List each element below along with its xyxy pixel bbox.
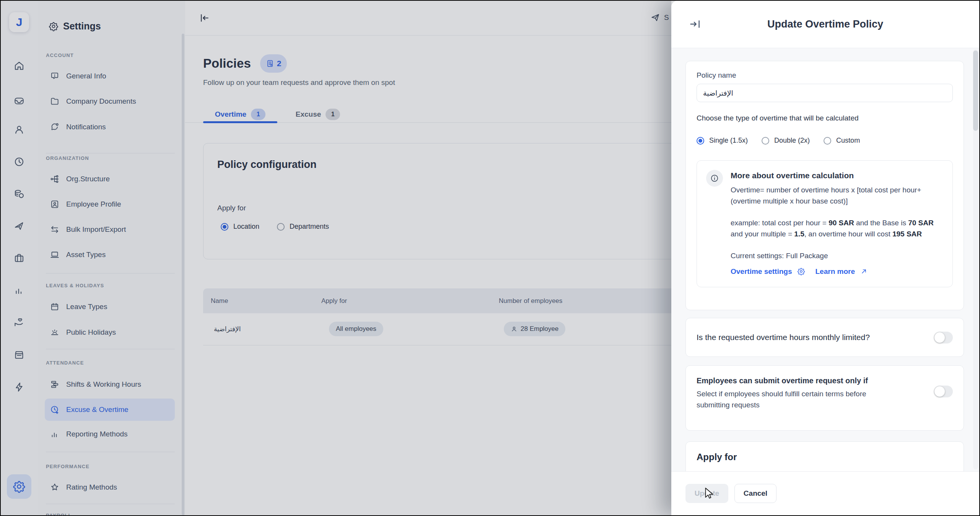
modal-backdrop[interactable] bbox=[1, 1, 671, 515]
submit-rule-toggle[interactable] bbox=[934, 386, 953, 397]
app-window: J Settings AC bbox=[0, 0, 980, 516]
info-title: More about overtime calculation bbox=[731, 170, 943, 181]
toggle-knob bbox=[934, 332, 945, 343]
radio-double[interactable]: Double (2x) bbox=[762, 137, 810, 145]
radio-single[interactable]: Single (1.5x) bbox=[697, 137, 748, 145]
overtime-type-radio-group: Single (1.5x) Double (2x) Custom bbox=[697, 137, 953, 145]
monthly-limit-card: Is the requested overtime hours monthly … bbox=[685, 318, 964, 357]
radio-selected-icon[interactable] bbox=[697, 137, 704, 145]
submit-rule-card: Employees can submit overtime request on… bbox=[685, 365, 964, 431]
info-formula: Overtime= number of overtime hours x [to… bbox=[731, 184, 943, 207]
cancel-button[interactable]: Cancel bbox=[734, 484, 777, 503]
submit-rule-desc: Select if employees should fulfill certa… bbox=[697, 388, 879, 410]
toggle-knob bbox=[934, 386, 945, 397]
mouse-cursor bbox=[704, 487, 715, 500]
submit-rule-title: Employees can submit overtime request on… bbox=[697, 376, 953, 385]
radio-unselected-icon[interactable] bbox=[824, 137, 831, 145]
gear-icon bbox=[797, 267, 805, 275]
radio-label: Custom bbox=[836, 137, 860, 145]
monthly-limit-question: Is the requested overtime hours monthly … bbox=[697, 333, 870, 342]
drawer-title: Update Overtime Policy bbox=[671, 18, 979, 30]
policy-form-card: Policy name الإفتراضية Choose the type o… bbox=[685, 61, 964, 310]
update-overtime-policy-drawer: Update Overtime Policy Policy name الإفت… bbox=[671, 1, 979, 515]
drawer-header: Update Overtime Policy bbox=[671, 1, 979, 48]
info-icon bbox=[706, 170, 723, 187]
external-link-icon bbox=[860, 267, 868, 275]
drawer-scrollbar-thumb[interactable] bbox=[973, 50, 978, 131]
drawer-footer: Update Cancel bbox=[671, 471, 979, 515]
learn-more-link[interactable]: Learn more bbox=[816, 266, 855, 277]
info-current-settings: Current settings: Full Package bbox=[731, 250, 943, 261]
radio-label: Single (1.5x) bbox=[709, 137, 748, 145]
policy-name-value: الإفتراضية bbox=[703, 89, 733, 98]
apply-for-title: Apply for bbox=[697, 452, 953, 462]
policy-name-input[interactable]: الإفتراضية bbox=[697, 84, 953, 102]
radio-unselected-icon[interactable] bbox=[762, 137, 769, 145]
policy-name-label: Policy name bbox=[697, 71, 953, 80]
info-links-row: Overtime settings Learn more bbox=[731, 266, 943, 277]
overtime-settings-link[interactable]: Overtime settings bbox=[731, 266, 792, 277]
radio-label: Double (2x) bbox=[774, 137, 810, 145]
info-body: More about overtime calculation Overtime… bbox=[731, 170, 943, 277]
overtime-type-question: Choose the type of overtime that will be… bbox=[697, 114, 953, 122]
radio-custom[interactable]: Custom bbox=[824, 137, 860, 145]
info-example: example: total cost per hour = 90 SAR an… bbox=[731, 217, 943, 239]
monthly-limit-toggle[interactable] bbox=[934, 332, 953, 343]
overtime-info-panel: More about overtime calculation Overtime… bbox=[697, 160, 953, 287]
